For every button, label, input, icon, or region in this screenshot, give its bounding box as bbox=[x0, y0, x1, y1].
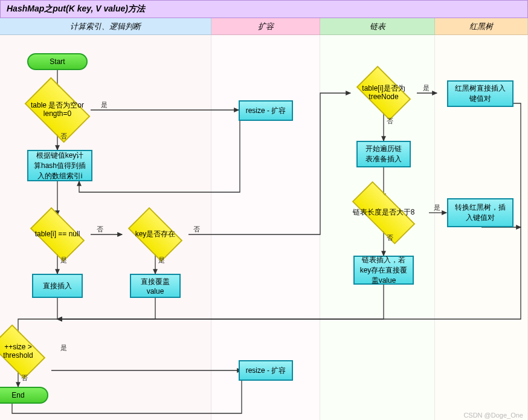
edge-label-no: 否 bbox=[387, 117, 393, 126]
decision-length-gt8: 链表长度是否大于8 bbox=[338, 193, 429, 232]
swimlanes: Start table 是否为空or length=0 是 否 根据键值key计… bbox=[0, 35, 528, 420]
process-traverse-list: 开始遍历链表准备插入 bbox=[356, 141, 411, 167]
edge-label-no: 否 bbox=[97, 225, 103, 234]
lane-header-redblacktree: 红黑树 bbox=[435, 18, 528, 35]
watermark: CSDN @Doge_One bbox=[463, 412, 523, 419]
process-list-insert-text: 链表插入，若key存在直接覆盖value bbox=[359, 255, 408, 286]
process-resize-1: resize - 扩容 bbox=[239, 100, 293, 121]
decision-key-exists: key是否存在 bbox=[122, 215, 188, 254]
lane-header-resize: 扩容 bbox=[211, 18, 320, 35]
process-traverse-list-text: 开始遍历链表准备插入 bbox=[362, 144, 405, 164]
edge-label-yes: 是 bbox=[434, 203, 440, 212]
lane-header-linkedlist: 链表 bbox=[320, 18, 435, 35]
process-compute-hash: 根据键值key计算hash值得到插入的数组索引i bbox=[27, 150, 92, 181]
decision-table-i-null-text: table[i] == null bbox=[24, 230, 91, 239]
process-rbtree-direct-insert-text: 红黑树直接插入键值对 bbox=[453, 83, 507, 104]
start-label: Start bbox=[50, 57, 65, 66]
process-direct-insert: 直接插入 bbox=[32, 274, 83, 298]
process-convert-rbtree: 转换红黑树，插入键值对 bbox=[447, 198, 514, 227]
swimlane-headers: 计算索引、逻辑判断 扩容 链表 红黑树 bbox=[0, 18, 528, 35]
edge-label-yes: 是 bbox=[158, 256, 165, 265]
decision-size-threshold: ++size > threshold bbox=[0, 332, 51, 371]
process-resize-2: resize - 扩容 bbox=[239, 360, 293, 381]
process-overwrite-value-text: 直接覆盖value bbox=[136, 277, 175, 296]
process-list-insert: 链表插入，若key存在直接覆盖value bbox=[353, 256, 414, 285]
process-resize-1-text: resize - 扩容 bbox=[246, 106, 286, 116]
edge-label-no: 否 bbox=[60, 132, 67, 141]
end-terminator: End bbox=[0, 387, 48, 404]
edge-label-yes: 是 bbox=[60, 256, 67, 265]
process-compute-hash-text: 根据键值key计算hash值得到插入的数组索引i bbox=[33, 150, 86, 181]
diagram-root: HashMap之put(K key, V value)方法 计算索引、逻辑判断 … bbox=[0, 0, 528, 420]
decision-size-threshold-text: ++size > threshold bbox=[0, 343, 51, 360]
process-overwrite-value: 直接覆盖value bbox=[130, 274, 181, 298]
process-resize-2-text: resize - 扩容 bbox=[246, 366, 286, 376]
decision-key-exists-text: key是否存在 bbox=[122, 230, 188, 239]
process-rbtree-direct-insert: 红黑树直接插入键值对 bbox=[447, 80, 514, 107]
edge-label-yes: 是 bbox=[423, 83, 430, 92]
edge-label-yes: 是 bbox=[60, 343, 67, 352]
end-label: End bbox=[11, 391, 24, 399]
process-direct-insert-text: 直接插入 bbox=[43, 281, 72, 291]
diagram-title-bar: HashMap之put(K key, V value)方法 bbox=[0, 0, 528, 18]
decision-is-treenode: table[i]是否为treeNode bbox=[350, 74, 417, 112]
edge-label-yes: 是 bbox=[101, 100, 108, 109]
decision-length-gt8-text: 链表长度是否大于8 bbox=[338, 208, 429, 217]
edge-label-no: 否 bbox=[21, 373, 28, 383]
diagram-title: HashMap之put(K key, V value)方法 bbox=[7, 4, 145, 15]
lane-header-index: 计算索引、逻辑判断 bbox=[0, 18, 211, 35]
decision-is-treenode-text: table[i]是否为treeNode bbox=[350, 85, 417, 102]
start-terminator: Start bbox=[27, 53, 88, 70]
edge-label-no: 否 bbox=[193, 225, 200, 234]
edge-label-no: 否 bbox=[387, 233, 393, 242]
decision-table-empty-text: table 是否为空or length=0 bbox=[24, 102, 91, 118]
decision-table-i-null: table[i] == null bbox=[24, 215, 91, 254]
process-convert-rbtree-text: 转换红黑树，插入键值对 bbox=[453, 202, 507, 223]
decision-table-empty: table 是否为空or length=0 bbox=[24, 91, 91, 129]
